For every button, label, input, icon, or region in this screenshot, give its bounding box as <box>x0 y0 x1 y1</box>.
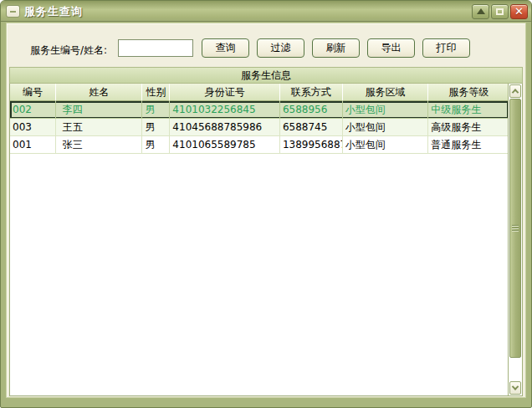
cell-service-level: 普通服务生 <box>428 136 509 154</box>
app-window: 服务生查询 ✕ 服务生编号/姓名: 查询 过滤 刷新 导出 打印 服务生信息 编… <box>0 0 532 408</box>
window-title: 服务生查询 <box>24 2 472 22</box>
table-row[interactable]: 002 李四 男 4101032256845 6588956 小型包间 中级服务… <box>10 101 509 119</box>
column-header-name[interactable]: 姓名 <box>56 84 143 101</box>
vertical-scrollbar[interactable] <box>508 84 523 396</box>
cell-contact: 6588956 <box>280 101 343 119</box>
cell-service-area: 小型包间 <box>343 136 429 154</box>
cell-contact: 6588745 <box>280 119 343 136</box>
cell-gender: 男 <box>142 136 170 154</box>
cell-id-card: 4101032256845 <box>170 101 280 119</box>
table-header-row: 编号 姓名 性别 身份证号 联系方式 服务区域 服务等级 <box>10 84 509 101</box>
chevron-up-icon <box>512 89 519 95</box>
column-header-service-area[interactable]: 服务区域 <box>343 84 429 101</box>
table-group-header: 服务生信息 <box>9 67 523 84</box>
window-icon-dash <box>10 11 16 13</box>
close-button[interactable]: ✕ <box>510 4 528 19</box>
search-label: 服务生编号/姓名: <box>30 43 107 58</box>
cell-service-level: 高级服务生 <box>428 119 509 136</box>
export-button[interactable]: 导出 <box>367 38 415 58</box>
window-icon <box>6 5 20 18</box>
maximize-button[interactable] <box>491 4 509 19</box>
cell-id: 001 <box>10 136 56 154</box>
waiter-table: 服务生信息 编号 姓名 性别 身份证号 联系方式 服务区域 服务等级 002 李… <box>9 67 523 396</box>
cell-service-level: 中级服务生 <box>428 101 509 119</box>
print-button[interactable]: 打印 <box>422 38 470 58</box>
column-header-id-card[interactable]: 身份证号 <box>170 84 280 101</box>
table-grid: 编号 姓名 性别 身份证号 联系方式 服务区域 服务等级 002 李四 男 41… <box>9 84 509 396</box>
minimize-button[interactable] <box>472 4 489 19</box>
filter-button[interactable]: 过滤 <box>257 38 304 58</box>
cell-gender: 男 <box>142 119 170 136</box>
column-header-id[interactable]: 编号 <box>10 84 56 101</box>
cell-name: 张三 <box>56 136 143 154</box>
chevron-down-icon <box>512 383 519 390</box>
close-icon: ✕ <box>514 6 524 17</box>
scroll-down-button[interactable] <box>509 381 521 395</box>
grip-icon <box>512 227 519 228</box>
cell-gender: 男 <box>142 101 170 119</box>
column-header-gender[interactable]: 性别 <box>142 84 170 101</box>
scrollbar-thumb[interactable] <box>509 99 521 358</box>
maximize-icon <box>496 8 504 15</box>
cell-name: 李四 <box>56 101 143 119</box>
search-input[interactable] <box>118 39 193 57</box>
cell-name: 王五 <box>56 119 143 136</box>
cell-service-area: 小型包间 <box>343 119 429 136</box>
column-header-service-level[interactable]: 服务等级 <box>428 84 509 101</box>
query-button[interactable]: 查询 <box>202 38 249 58</box>
refresh-button[interactable]: 刷新 <box>312 38 360 58</box>
cell-id: 002 <box>10 101 56 119</box>
cell-id-card: 4101065589785 <box>170 136 280 154</box>
cell-service-area: 小型包间 <box>343 101 429 119</box>
cell-contact: 13899568879 <box>280 136 343 154</box>
column-header-contact[interactable]: 联系方式 <box>280 84 343 101</box>
scroll-up-button[interactable] <box>509 84 521 98</box>
cell-id: 003 <box>10 119 56 136</box>
content-area: 服务生编号/姓名: 查询 过滤 刷新 导出 打印 服务生信息 编号 姓名 性别 … <box>6 23 526 398</box>
window-controls: ✕ <box>472 4 528 19</box>
table-row[interactable]: 001 张三 男 4101065589785 13899568879 小型包间 … <box>10 136 509 154</box>
titlebar: 服务生查询 ✕ <box>1 1 531 22</box>
minimize-icon <box>477 8 485 14</box>
table-row[interactable]: 003 王五 男 41045688785986 6588745 小型包间 高级服… <box>10 119 509 136</box>
cell-id-card: 41045688785986 <box>170 119 280 136</box>
